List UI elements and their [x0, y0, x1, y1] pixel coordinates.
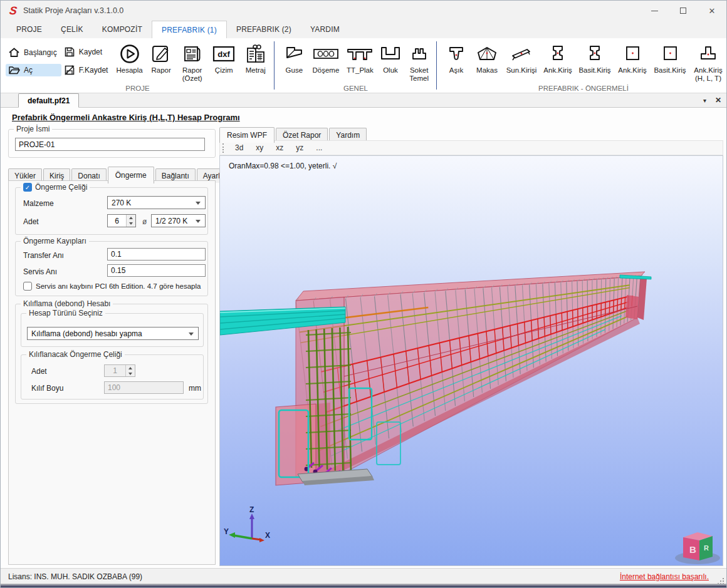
doseme-label: Döşeme	[312, 66, 339, 75]
menu-yardim[interactable]: YARDIM	[301, 21, 349, 38]
kilif-boyu-input[interactable]	[104, 381, 184, 394]
basit-kiris-i-button[interactable]: Basit.Kiriş	[576, 40, 614, 75]
metraj-button[interactable]: Metraj	[239, 40, 272, 75]
hesap-turu-groupbox: Hesap Türünü Seçiniz Kılıflama (debond) …	[21, 313, 204, 347]
pci-checkbox[interactable]	[23, 282, 32, 291]
makas-button[interactable]: Makas	[471, 40, 503, 75]
pci-checkbox-row[interactable]: Servis anı kaybını PCI 6th Edition. 4.7 …	[23, 282, 201, 291]
phi-combobox[interactable]: 1/2 270 K	[151, 214, 206, 227]
debond-adet-arrows[interactable]	[125, 365, 135, 376]
tt-plak-button[interactable]: TT_Plak	[343, 40, 377, 75]
guse-label: Guse	[286, 66, 303, 75]
view-xz-button[interactable]: xz	[271, 142, 288, 153]
malzeme-combobox[interactable]: 270 K	[107, 196, 206, 209]
view-3d-button[interactable]: 3d	[230, 142, 248, 153]
servis-ani-label: Servis Anı	[23, 267, 57, 276]
mm-unit-label: mm	[189, 384, 201, 393]
sun-kirisi-label: Sun.Kirişi	[506, 66, 537, 75]
asik-button[interactable]: Aşık	[442, 40, 471, 75]
maximize-button[interactable]	[669, 1, 698, 21]
ac-button[interactable]: Aç	[6, 64, 61, 76]
menu-kompozit[interactable]: KOMPOZİT	[93, 21, 152, 38]
oluk-button[interactable]: Oluk	[377, 40, 404, 75]
menu-prefabrik-1[interactable]: PREFABRIK (1)	[152, 21, 227, 38]
svg-text:dxf: dxf	[217, 49, 230, 59]
document-tab[interactable]: default.pf21	[18, 93, 79, 108]
kiliflanacak-groupbox: Kılıflanacak Öngerme Çeliği Adet 1 Kılıf…	[21, 354, 204, 400]
rapor-label: Rapor	[151, 66, 170, 75]
view-xy-button[interactable]: xy	[251, 142, 268, 153]
tab-resim-wpf[interactable]: Resim WPF	[219, 127, 275, 143]
soket-temel-label: Soket Temel	[404, 66, 434, 83]
svg-text:R: R	[704, 544, 709, 552]
close-button[interactable]: ✕	[698, 1, 726, 21]
kilif-boyu-label: Kılıf Boyu	[31, 384, 63, 393]
internet-status-link[interactable]: İnternet bağlantısı başarılı.	[620, 572, 709, 581]
baslangic-button[interactable]: Başlangıç	[6, 46, 61, 59]
basit-kiris-i-label: Basit.Kiriş	[578, 66, 610, 75]
eave-beam-icon	[510, 45, 533, 63]
basit-kiris-rect-button[interactable]: Basit.Kiriş	[651, 40, 689, 75]
tab-close-icon[interactable]: ✕	[715, 96, 721, 105]
fkaydet-label: F.Kaydet	[79, 66, 108, 75]
ank-kiris-i-button[interactable]: Ank.Kiriş	[540, 40, 576, 75]
group-label-genel: GENEL	[275, 85, 437, 92]
soket-temel-button[interactable]: Soket Temel	[404, 40, 434, 83]
fkaydet-button[interactable]: F.Kaydet	[61, 63, 113, 77]
debond-adet-spinner[interactable]: 1	[104, 364, 135, 377]
ank-kiris-rect-button[interactable]: Ank.Kiriş	[614, 40, 651, 75]
document-tabstrip: default.pf21 ▾ ✕	[1, 93, 726, 108]
rect-section-icon	[622, 44, 642, 64]
ac-label: Aç	[24, 66, 33, 75]
brand-cube-logo: B R	[675, 532, 720, 564]
i-beam-section-icon	[548, 44, 568, 64]
hesapla-button[interactable]: Hesapla	[112, 40, 146, 75]
guse-button[interactable]: Guse	[280, 40, 309, 75]
adet-spinner[interactable]: 6	[107, 214, 136, 227]
view-yz-button[interactable]: yz	[291, 142, 308, 153]
corbel-icon	[281, 44, 306, 63]
doseme-button[interactable]: Döşeme	[309, 40, 343, 75]
view-more-button[interactable]: ...	[311, 142, 327, 153]
hesap-turu-combobox[interactable]: Kılıflama (debond) hesabı yapma	[27, 327, 199, 340]
app-logo-icon: S	[9, 4, 18, 18]
cizim-button[interactable]: dxf Çizim	[209, 40, 239, 75]
ank-kiris-i-label: Ank.Kiriş	[543, 66, 572, 75]
viewer-toolbar: 3d xy xz yz ...	[219, 140, 723, 155]
menu-proje[interactable]: PROJE	[7, 21, 51, 38]
ribbon-group-prefabrik: Aşık Makas Sun.Kirişi Ank.Kiriş Basit.Ki…	[437, 38, 727, 93]
viewport-3d[interactable]: OranMax=0.98 <=1.00, yeterli. √	[219, 155, 723, 566]
ongerme-celigi-checkbox[interactable]: ✓	[23, 183, 32, 192]
transfer-ani-input[interactable]	[107, 248, 206, 260]
minimize-button[interactable]	[640, 1, 669, 21]
double-tee-icon	[345, 45, 374, 63]
kaydet-button[interactable]: Kaydet	[61, 45, 113, 59]
svg-text:Z: Z	[249, 505, 254, 514]
phi-value: 1/2 270 K	[155, 217, 187, 225]
tab-list-dropdown-icon[interactable]: ▾	[703, 97, 706, 104]
open-folder-icon	[8, 65, 20, 75]
proje-ismi-input[interactable]	[15, 138, 205, 151]
kiliflanacak-title: Kılıflanacak Öngerme Çeliği	[26, 350, 125, 359]
menu-prefabrik-2[interactable]: PREFABRIK (2)	[227, 21, 301, 38]
pci-checkbox-label: Servis anı kaybını PCI 6th Edition. 4.7 …	[36, 282, 201, 290]
tab-ongerme[interactable]: Öngerme	[108, 167, 154, 183]
rapor-ozet-button[interactable]: Rapor (Özet)	[175, 40, 208, 83]
dxf-drawing-icon: dxf	[211, 43, 236, 64]
toolbar-drag-handle[interactable]	[222, 143, 224, 153]
ank-kiris-hlt-button[interactable]: Ank.Kiriş (H, L, T)	[689, 40, 727, 83]
rapor-ozet-label: Rapor (Özet)	[175, 66, 208, 83]
proje-ismi-label: Proje İsmi	[14, 125, 52, 133]
debond-adet-label: Adet	[31, 367, 47, 376]
statusbar: Lisans: INS. MUH. SADIK OZBABA (99) İnte…	[1, 568, 726, 585]
gutter-channel-icon	[378, 45, 403, 63]
ribbon: Başlangıç Aç Kaydet F.Kaydet Hesapla Rap…	[1, 38, 726, 93]
adet-spinner-arrows[interactable]	[126, 215, 135, 227]
sun-kirisi-button[interactable]: Sun.Kirişi	[503, 40, 540, 75]
ank-kiris-rect-label: Ank.Kiriş	[618, 66, 646, 75]
window-title: Statik Proje Araçları v.3.1.0.0	[23, 6, 123, 15]
rapor-button[interactable]: Rapor	[147, 40, 176, 75]
proje-ismi-groupbox: Proje İsmi	[8, 129, 216, 158]
menu-celik[interactable]: ÇELİK	[51, 21, 93, 38]
servis-ani-input[interactable]	[107, 264, 206, 277]
